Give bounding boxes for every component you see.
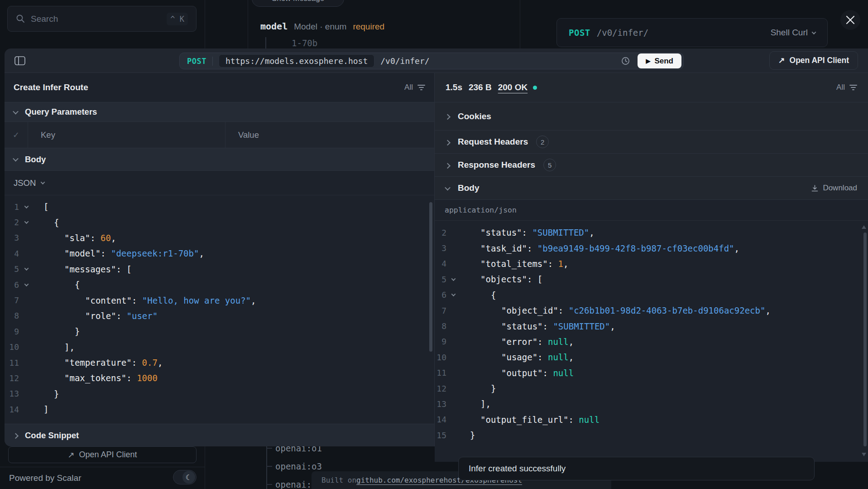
- request-headers-section[interactable]: Request Headers 2: [435, 130, 868, 153]
- code-text: }: [470, 430, 475, 440]
- search-icon: [16, 14, 25, 24]
- code-line: 2{: [5, 214, 434, 230]
- response-body-viewer[interactable]: 2"status": "SUBMITTED",3"task_id": "b9ea…: [435, 221, 868, 462]
- response-scrollbar[interactable]: [863, 232, 867, 446]
- moon-icon: ☾: [182, 471, 195, 484]
- address-bar: POST https://models.exosphere.host /v0/i…: [5, 48, 868, 73]
- status-dot-icon: [533, 86, 537, 90]
- request-body-editor[interactable]: 1[2{3"sla": 60,4"model": "deepseek:r1-70…: [5, 195, 434, 424]
- response-body-section[interactable]: Body Download: [435, 176, 868, 200]
- code-text: "output": null: [470, 368, 574, 378]
- send-button[interactable]: ▶ Send: [638, 53, 681, 68]
- request-url-bar: POST https://models.exosphere.host /v0/i…: [179, 53, 684, 69]
- code-line: 4"total_items": 1,: [435, 256, 868, 271]
- line-number: 8: [435, 321, 446, 331]
- sidebar-footer-divider: [0, 467, 205, 467]
- line-number: 6: [5, 280, 19, 290]
- enum-value-fragment: 1-70b: [292, 38, 317, 48]
- bg-column-divider: [248, 0, 248, 48]
- history-icon[interactable]: [618, 53, 633, 69]
- code-text: "messages": [: [43, 264, 132, 274]
- show-message-button[interactable]: Show Message: [252, 0, 344, 7]
- endpoint-code-header: POST /v0/infer/ Shell Curl: [556, 18, 828, 47]
- code-line: 9"error": null,: [435, 334, 868, 349]
- body-section[interactable]: Body: [5, 148, 434, 171]
- code-line: 8"status": "SUBMITTED",: [435, 318, 868, 334]
- screen: Search ^ K Show Message model Model · en…: [0, 0, 868, 489]
- download-button[interactable]: Download: [811, 184, 857, 193]
- code-snippet-section[interactable]: Code Snippet: [5, 424, 434, 446]
- code-line: 2"status": "SUBMITTED",: [435, 225, 868, 240]
- response-headers-section[interactable]: Response Headers 5: [435, 153, 868, 176]
- line-number: 14: [435, 415, 446, 424]
- code-line: 7"content": "Hello, how are you?",: [5, 292, 434, 308]
- value-input[interactable]: Value: [225, 122, 434, 148]
- close-icon[interactable]: [840, 10, 860, 30]
- fold-chevron-icon[interactable]: [24, 219, 29, 224]
- fold-chevron-icon[interactable]: [451, 292, 456, 296]
- code-text: "output_file_url": null: [470, 415, 599, 425]
- request-panel: Create Infer Route All Query Parameters …: [5, 73, 435, 446]
- line-number: 5: [435, 275, 446, 284]
- response-status-bar: 1.5s 236 B 200 OK All: [435, 73, 868, 102]
- field-name: model: [260, 21, 288, 32]
- request-editor-scrollbar[interactable]: [429, 202, 432, 352]
- response-status-code[interactable]: 200 OK: [498, 82, 528, 92]
- chevron-right-icon: [13, 433, 19, 439]
- code-line: 14]: [5, 402, 434, 417]
- schema-field-model: model Model · enum required: [260, 21, 384, 32]
- line-number: 2: [435, 228, 446, 237]
- api-client-modal: POST https://models.exosphere.host /v0/i…: [5, 48, 868, 462]
- code-line: 9}: [5, 324, 434, 339]
- line-number: 4: [5, 249, 19, 258]
- search-input[interactable]: Search ^ K: [7, 6, 197, 32]
- line-number: 11: [435, 368, 446, 378]
- search-shortcut: ^ K: [167, 13, 188, 25]
- chevron-right-icon: [445, 140, 451, 145]
- code-line: 3"sla": 60,: [5, 230, 434, 246]
- fold-chevron-icon[interactable]: [24, 282, 29, 286]
- powered-by-scalar-label: Powered by Scalar: [9, 471, 81, 485]
- response-filter-dropdown[interactable]: All: [836, 83, 857, 92]
- code-line: 12}: [435, 381, 868, 396]
- sidebar-toggle-icon[interactable]: [14, 55, 26, 66]
- fold-chevron-icon[interactable]: [24, 204, 29, 208]
- key-input[interactable]: Key: [28, 122, 225, 148]
- open-api-client-button[interactable]: ↗ Open API Client: [769, 51, 858, 70]
- code-text: "role": "user": [43, 311, 158, 321]
- path-input[interactable]: /v0/infer/: [380, 56, 618, 66]
- chevron-down-icon: [812, 30, 816, 34]
- code-text: }: [470, 383, 496, 393]
- line-number: 10: [435, 353, 446, 362]
- language-selector[interactable]: Shell Curl: [771, 28, 815, 38]
- scroll-down-arrow[interactable]: [862, 453, 866, 456]
- line-number: 9: [5, 327, 19, 336]
- dark-mode-toggle[interactable]: ☾: [173, 470, 197, 484]
- row-enabled-checkbox[interactable]: ✓: [5, 122, 28, 148]
- scroll-up-arrow[interactable]: [862, 225, 866, 229]
- query-parameters-section[interactable]: Query Parameters: [5, 102, 434, 122]
- line-number: 3: [435, 243, 446, 253]
- field-type: Model · enum: [294, 22, 346, 32]
- body-format-dropdown[interactable]: JSON: [5, 171, 434, 195]
- field-required-badge: required: [353, 22, 384, 32]
- line-number: 1: [5, 202, 19, 212]
- response-size: 236 B: [469, 82, 492, 92]
- request-panel-header: Create Infer Route All: [5, 73, 434, 102]
- request-filter-dropdown[interactable]: All: [404, 83, 425, 92]
- chevron-right-icon: [445, 114, 451, 120]
- code-text: "max_tokens": 1000: [43, 373, 158, 383]
- code-line: 10"usage": null,: [435, 349, 868, 365]
- response-duration: 1.5s: [446, 82, 462, 92]
- enum-tree-line: [265, 37, 266, 48]
- code-text: [: [43, 202, 48, 212]
- code-line: 13}: [5, 386, 434, 402]
- search-placeholder: Search: [31, 14, 161, 24]
- download-icon: [811, 184, 819, 192]
- check-icon: ✓: [13, 130, 19, 140]
- cookies-section[interactable]: Cookies: [435, 102, 868, 130]
- fold-chevron-icon[interactable]: [24, 266, 29, 271]
- code-line: 1[: [5, 199, 434, 214]
- base-url-input[interactable]: https://models.exosphere.host: [219, 54, 374, 68]
- fold-chevron-icon[interactable]: [451, 276, 456, 281]
